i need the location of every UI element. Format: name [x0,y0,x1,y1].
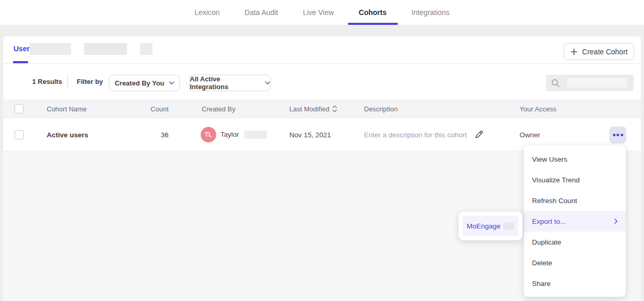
description-cell: Enter a description for this cohort [364,130,484,139]
menu-item-delete[interactable]: Delete [524,252,626,273]
menu-item-label: Share [532,280,551,288]
access-value: Owner [520,131,540,138]
menu-item-refresh-count[interactable]: Refresh Count [524,190,626,211]
tab-live-view[interactable]: Live View [302,0,335,25]
tab-lexicon-label: Lexicon [194,8,219,17]
redacted-submenu-text [503,222,514,230]
created-by-dropdown[interactable]: Created By You [109,75,180,91]
menu-item-visualize-trend[interactable]: Visualize Trend [524,169,626,190]
header-description: Description [364,105,398,112]
tab-integrations-label: Integrations [412,8,450,17]
table-header: Cohort Name Count Created By Last Modifi… [3,99,641,118]
sort-icon[interactable] [332,105,337,112]
integrations-dropdown-value: All Active Integrations [190,75,260,91]
export-submenu: MoEngage [458,211,523,240]
chevron-down-icon [265,81,270,84]
edit-pencil-icon[interactable] [474,130,484,139]
tab-data-audit[interactable]: Data Audit [244,0,279,25]
tab-lexicon[interactable]: Lexicon [193,0,220,25]
last-modified-date: Nov 15, 2021 [289,131,331,138]
menu-item-view-users[interactable]: View Users [524,149,626,169]
dot [613,134,615,136]
header-your-access: Your Access [520,105,556,112]
tab-cohorts[interactable]: Cohorts [358,0,388,25]
chevron-right-icon [614,219,618,224]
menu-item-duplicate[interactable]: Duplicate [524,232,626,252]
cohort-name-link[interactable]: Active users [47,131,88,138]
header-last-modified[interactable]: Last Modified [289,105,337,112]
chevron-down-icon [169,81,174,84]
menu-item-label: Refresh Count [532,197,577,205]
cohort-type-tabbar: User Create Cohort [3,36,641,64]
submenu-item-moengage[interactable]: MoEngage [463,216,519,236]
cohort-context-menu: View Users Visualize Trend Refresh Count… [524,146,626,297]
menu-item-share[interactable]: Share [524,273,626,294]
tab-cohorts-label: Cohorts [359,8,387,17]
integrations-dropdown[interactable]: All Active Integrations [189,75,271,91]
description-input[interactable]: Enter a description for this cohort [364,131,467,138]
menu-item-label: Delete [532,259,552,267]
redacted-tab[interactable] [30,43,71,55]
user-tab-underline [13,61,28,63]
tab-user-cohorts[interactable]: User [13,45,30,53]
filter-by-label: Filter by [77,78,103,85]
tab-integrations[interactable]: Integrations [411,0,451,25]
more-options-button[interactable] [609,126,626,144]
menu-item-export-to[interactable]: Export to... [524,211,626,232]
created-by-dropdown-value: Created By You [115,79,164,87]
redacted-search-text [567,78,627,88]
dot [617,134,619,136]
avatar: TL [201,127,216,142]
redacted-last-name [244,131,267,139]
create-cohort-button[interactable]: Create Cohort [564,43,634,60]
filter-bar: 1 Results Filter by Created By You All A… [3,64,641,99]
cohort-count: 36 [117,131,169,138]
redacted-tab[interactable] [140,43,152,55]
divider [67,75,68,89]
search-input[interactable] [546,75,634,91]
tab-data-audit-label: Data Audit [245,8,278,17]
header-created-by: Created By [202,105,235,112]
menu-item-label: Export to... [532,218,566,225]
menu-item-label: Duplicate [532,238,561,246]
menu-item-label: Visualize Trend [532,176,580,184]
active-tab-underline [348,23,398,25]
tab-live-view-label: Live View [303,8,334,17]
create-cohort-label: Create Cohort [582,48,628,56]
dot [621,134,623,136]
menu-item-label: View Users [532,155,567,163]
header-count: Count [117,105,169,112]
plus-icon [570,48,578,55]
created-by-cell: TL Taylor [201,127,267,142]
results-count: 1 Results [32,78,62,85]
row-checkbox[interactable] [15,130,24,139]
creator-name: Taylor [220,131,239,138]
header-cohort-name: Cohort Name [47,105,87,112]
select-all-checkbox[interactable] [15,104,24,113]
header-last-modified-label: Last Modified [289,105,329,112]
top-nav: Lexicon Data Audit Live View Cohorts Int… [0,0,644,25]
submenu-item-label: MoEngage [467,222,500,230]
search-icon [551,79,560,88]
redacted-tab[interactable] [84,43,127,55]
